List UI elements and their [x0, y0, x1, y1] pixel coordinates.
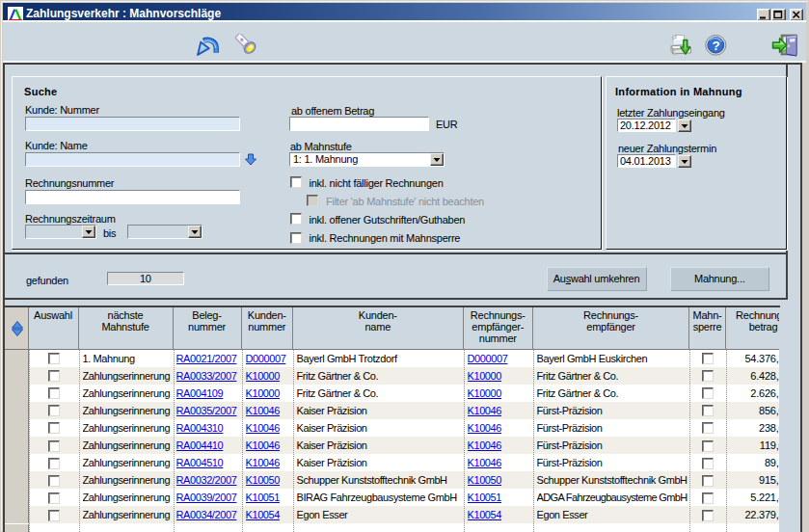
svg-text:?: ? — [712, 39, 719, 53]
